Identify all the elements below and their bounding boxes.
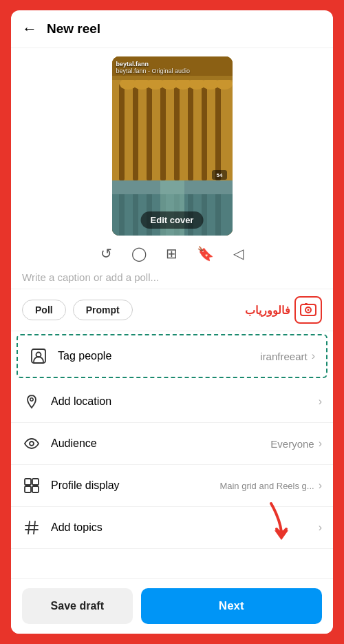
- audience-chevron: ›: [319, 437, 322, 450]
- thumb-username: beytal.fann beytal.fann - Original audio: [116, 61, 191, 74]
- location-pin-icon: [22, 392, 41, 411]
- caption-input[interactable]: Write a caption or add a poll...: [22, 271, 322, 283]
- circle-icon[interactable]: ◯: [131, 245, 147, 262]
- audience-label: Audience: [51, 437, 270, 450]
- header: ← New reel: [11, 10, 333, 48]
- svg-line-46: [34, 521, 35, 534]
- svg-rect-7: [188, 84, 193, 180]
- profile-display-chevron: ›: [319, 479, 322, 492]
- caption-area[interactable]: Write a caption or add a poll...: [11, 264, 333, 289]
- svg-rect-4: [147, 84, 152, 180]
- grid-icon: [22, 476, 41, 495]
- phone-frame: ← New reel: [11, 10, 333, 634]
- page-title: New reel: [47, 21, 100, 37]
- svg-point-40: [30, 442, 34, 446]
- svg-rect-8: [202, 84, 207, 180]
- add-topics-wrapper: Add topics ›: [11, 507, 333, 549]
- svg-point-35: [308, 309, 310, 311]
- add-location-chevron: ›: [319, 395, 322, 408]
- svg-text:54: 54: [216, 172, 222, 178]
- thumb-image: 54 beytal.fann beytal.fann - Original au…: [112, 56, 233, 236]
- svg-line-45: [28, 521, 30, 534]
- svg-rect-44: [32, 486, 39, 492]
- logo-text: فالووریاب: [245, 304, 290, 317]
- tag-people-label: Tag people: [58, 350, 260, 362]
- svg-rect-43: [25, 486, 31, 492]
- svg-rect-42: [32, 479, 39, 485]
- back-icon[interactable]: ◁: [233, 245, 244, 262]
- svg-rect-22: [119, 194, 125, 236]
- svg-rect-19: [112, 76, 233, 80]
- add-topics-label: Add topics: [51, 521, 314, 534]
- svg-rect-5: [160, 84, 166, 180]
- video-thumbnail: 54 beytal.fann beytal.fann - Original au…: [112, 56, 233, 236]
- hashtag-icon: [22, 518, 41, 537]
- video-section: 54 beytal.fann beytal.fann - Original au…: [11, 48, 333, 240]
- profile-display-label: Profile display: [51, 479, 219, 492]
- tag-people-value: iranfreeart: [260, 351, 307, 362]
- menu-item-profile-display[interactable]: Profile display Main grid and Reels g...…: [11, 465, 333, 507]
- menu-item-tag-people[interactable]: Tag people iranfreeart ›: [17, 334, 327, 378]
- rotate-icon[interactable]: ↺: [100, 245, 112, 262]
- svg-rect-9: [215, 84, 221, 180]
- logo-area: فالووریاب: [245, 296, 322, 324]
- svg-rect-36: [305, 303, 308, 305]
- back-button[interactable]: ←: [22, 20, 37, 38]
- bottom-buttons: Save draft Next: [11, 578, 333, 634]
- prompt-button[interactable]: Prompt: [73, 300, 133, 320]
- svg-point-39: [30, 398, 33, 401]
- menu-item-add-topics[interactable]: Add topics ›: [11, 507, 333, 549]
- bookmark-icon[interactable]: 🔖: [197, 245, 214, 262]
- svg-rect-23: [133, 194, 138, 236]
- svg-rect-6: [174, 84, 180, 180]
- edit-cover-button[interactable]: Edit cover: [141, 211, 204, 229]
- menu-item-add-location[interactable]: Add location ›: [11, 381, 333, 423]
- add-location-label: Add location: [51, 395, 314, 408]
- svg-rect-29: [215, 194, 221, 236]
- svg-point-17: [216, 79, 233, 90]
- next-button[interactable]: Next: [141, 588, 322, 624]
- toolbar-row: Poll Prompt فالووریاب: [11, 289, 333, 331]
- save-draft-button[interactable]: Save draft: [22, 588, 133, 624]
- svg-rect-2: [119, 84, 125, 180]
- menu-section: Tag people iranfreeart › Add location ›: [11, 331, 333, 578]
- tag-people-chevron: ›: [312, 350, 315, 362]
- svg-rect-3: [133, 84, 138, 180]
- thumb-svg: 54: [112, 56, 233, 236]
- grid-select-icon[interactable]: ⊞: [166, 245, 178, 262]
- profile-display-value: Main grid and Reels g...: [219, 481, 314, 491]
- eye-icon: [22, 434, 41, 453]
- thumb-actions-row: ↺ ◯ ⊞ 🔖 ◁: [11, 240, 333, 264]
- person-frame-icon: [29, 346, 48, 366]
- svg-rect-41: [25, 479, 31, 485]
- camera-logo-svg: [300, 302, 316, 318]
- logo-icon: [294, 296, 322, 324]
- menu-item-audience[interactable]: Audience Everyone ›: [11, 423, 333, 465]
- audience-value: Everyone: [270, 438, 314, 450]
- poll-button[interactable]: Poll: [22, 300, 66, 320]
- add-topics-chevron: ›: [319, 521, 322, 534]
